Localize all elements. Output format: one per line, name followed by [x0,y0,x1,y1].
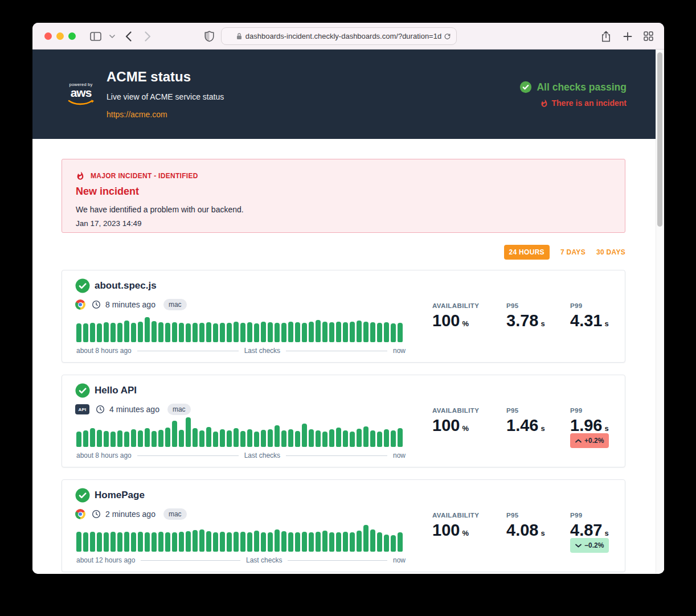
status-bar [172,322,177,342]
status-bar [309,532,314,552]
tab-overview-icon[interactable] [641,23,656,50]
check-meta: 8 minutes ago mac [75,299,187,310]
status-bar [131,429,136,447]
privacy-shield-icon[interactable] [202,23,216,50]
status-bar [206,427,211,447]
all-checks-passing-label: All checks passing [537,81,627,93]
status-bar [110,432,116,447]
back-button[interactable] [121,23,136,50]
status-bar [110,323,116,342]
sidebar-icon[interactable] [87,23,104,50]
status-bar [158,430,163,447]
share-icon[interactable] [599,23,613,50]
p99-unit: s [604,424,608,433]
status-bar [206,531,211,552]
minimize-window-button[interactable] [56,32,64,40]
p99-value: 4.87 [570,521,602,539]
status-bar [275,323,280,342]
status-bar [288,322,293,342]
status-bar [97,323,102,342]
status-bar [370,322,375,342]
axis-line [137,351,239,351]
status-bar [316,532,321,552]
axis-end-label: now [393,556,406,564]
axis-start-label: about 8 hours ago [76,347,132,355]
status-bar [268,429,273,447]
scrollbar-track[interactable] [656,50,664,573]
forward-button[interactable] [140,23,155,50]
status-bar [220,532,225,552]
status-bar [138,430,143,447]
axis-mid-label: Last checks [244,347,280,355]
status-bar [247,429,252,447]
check-name: about.spec.js [95,280,157,291]
status-bar [199,529,204,552]
time-range-selector: 24 HOURS 7 DAYS 30 DAYS [504,245,626,260]
status-bar [329,429,334,447]
overall-status: All checks passing There is an incident [519,81,627,108]
status-bar [124,321,129,342]
status-bar [384,429,389,447]
p95-label: P95 [506,302,545,309]
check-card-homepage[interactable]: HomePage 2 minutes ago mac about 12 hour… [62,479,625,572]
status-bar [384,322,389,342]
reload-icon[interactable] [444,32,451,40]
status-bar [138,322,143,342]
status-bar [179,323,184,342]
chart-axis: about 12 hours ago Last checks now [76,556,406,564]
new-tab-button[interactable] [620,23,635,50]
status-bar [268,532,273,552]
address-bar[interactable]: dashboards-incident.checkly-dashboards.c… [221,27,457,45]
status-bar [158,322,163,342]
incident-banner: MAJOR INCIDENT - IDENTIFIED New incident… [62,159,625,233]
availability-label: AVAILABILITY [432,407,479,414]
availability-value: 100 [432,521,460,539]
incident-message: We have identified a problem with our ba… [76,205,611,214]
axis-end-label: now [393,347,406,355]
time-range-7-days[interactable]: 7 DAYS [560,248,586,256]
status-bar [391,323,396,342]
availability-unit: % [462,424,469,433]
p95-unit: s [541,529,544,537]
acme-link[interactable]: https://acme.com [107,110,167,119]
status-bar [391,535,396,552]
status-bar [193,428,198,447]
status-bar [281,430,286,447]
status-bar [357,531,362,552]
status-bar [152,532,157,552]
status-bar [322,432,327,447]
status-bar [329,532,334,552]
status-bar [152,321,157,342]
status-bar [309,429,314,447]
status-bar [336,322,341,342]
status-bar [275,425,280,447]
status-bar [377,532,382,552]
scrollbar-thumb[interactable] [657,52,662,227]
time-range-24-hours[interactable]: 24 HOURS [504,245,550,260]
check-passing-icon [75,383,90,400]
check-card-about-spec-js[interactable]: about.spec.js 8 minutes ago mac about 8 … [62,270,625,363]
status-bar [172,532,177,552]
status-bar-chart [76,522,406,552]
dashboard-content: MAJOR INCIDENT - IDENTIFIED New incident… [32,139,664,574]
status-bar [76,432,81,447]
axis-start-label: about 12 hours ago [76,556,135,564]
status-bar-chart [76,313,406,342]
incident-title: New incident [76,186,611,198]
time-range-30-days[interactable]: 30 DAYS [596,248,625,256]
chevron-down-icon[interactable] [107,23,118,50]
availability-stat: AVAILABILITY 100% [432,512,479,543]
status-bar [322,531,327,552]
p99-label: P99 [570,302,609,309]
check-card-hello-api[interactable]: Hello API API 4 minutes ago mac about 8 … [62,375,625,467]
zoom-window-button[interactable] [68,32,76,40]
close-window-button[interactable] [44,32,52,40]
chart-axis: about 8 hours ago Last checks now [76,451,406,459]
check-meta: API 4 minutes ago mac [75,404,191,415]
availability-value: 100 [432,311,460,330]
status-bar [213,432,218,447]
status-bar [370,529,375,552]
all-checks-passing: All checks passing [519,81,627,93]
status-bar [261,532,266,552]
status-bar [90,532,95,552]
